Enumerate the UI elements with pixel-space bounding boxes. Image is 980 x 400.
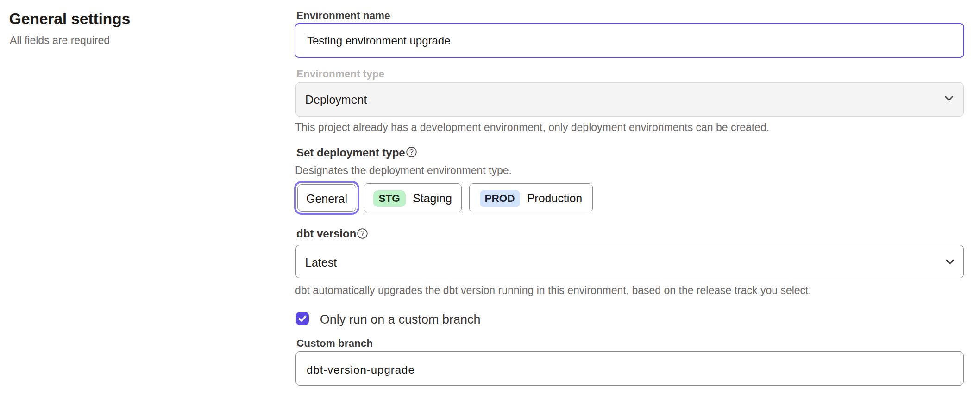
svg-text:?: ? bbox=[409, 148, 414, 156]
svg-text:?: ? bbox=[360, 229, 364, 237]
